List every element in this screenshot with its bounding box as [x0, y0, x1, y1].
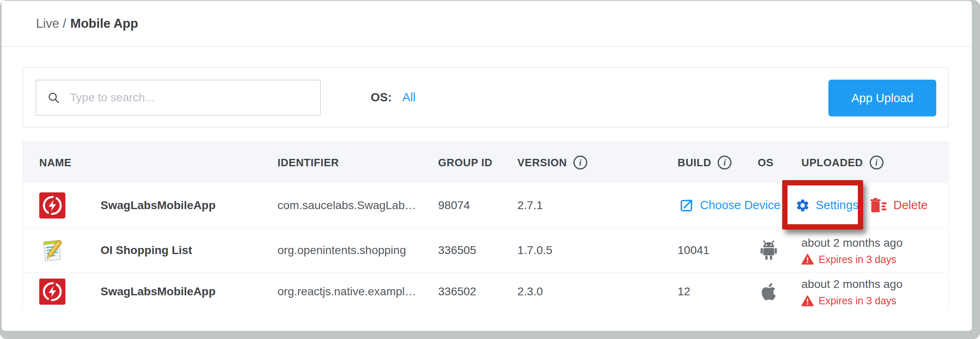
version: 2.7.1 [517, 199, 543, 212]
apps-table: NAME IDENTIFIER GROUP ID VERSIONi BUILDi… [22, 142, 949, 310]
version: 2.3.0 [517, 285, 543, 298]
search-input[interactable] [70, 80, 320, 115]
build: 10041 [678, 244, 709, 257]
app-upload-button[interactable]: App Upload [828, 80, 936, 116]
group-id: 336502 [438, 285, 476, 298]
table-header-build: BUILDi [678, 156, 732, 170]
uploaded-cell: about 2 months ago Expires in 3 days [801, 277, 903, 307]
filter-toolbar: OS: All App Upload [22, 67, 949, 127]
breadcrumb: Live / Mobile App [2, 1, 972, 47]
os-filter: OS: All [371, 91, 416, 104]
swaglabs-app-icon [39, 192, 65, 219]
uploaded-time: about 2 months ago [801, 277, 903, 292]
app-identifier: org.reactjs.native.exampl… [277, 285, 416, 298]
breadcrumb-section[interactable]: Live / [36, 16, 66, 31]
expires-warning: Expires in 3 days [801, 295, 903, 307]
build: 12 [678, 285, 690, 298]
app-row-oi-shopping[interactable]: OI Shopping List org.openintents.shoppin… [23, 227, 949, 272]
table-header-name: NAME [39, 156, 72, 169]
apple-os-icon [754, 283, 783, 301]
breadcrumb-page: Mobile App [70, 16, 138, 31]
version: 1.7.0.5 [517, 244, 553, 257]
uploaded-cell: about 2 months ago Expires in 3 days [801, 235, 903, 265]
external-link-icon [679, 198, 694, 213]
trash-icon [870, 197, 888, 214]
table-header-identifier: IDENTIFIER [277, 156, 339, 169]
app-name: OI Shopping List [101, 244, 192, 257]
search-box[interactable] [36, 80, 321, 116]
android-os-icon [754, 240, 783, 261]
uploaded-time: about 2 months ago [801, 235, 903, 250]
expires-warning: Expires in 3 days [801, 253, 903, 265]
choose-device-link[interactable]: Choose Device [679, 198, 781, 213]
delete-link[interactable]: Delete [870, 197, 928, 214]
os-filter-label: OS: [371, 91, 392, 104]
table-header-uploaded: UPLOADEDi [801, 156, 884, 170]
group-id: 98074 [438, 199, 470, 212]
warning-icon [801, 295, 814, 306]
app-window: Live / Mobile App OS: All App Upload NAM… [2, 1, 972, 331]
warning-icon [801, 254, 814, 265]
app-name: SwagLabsMobileApp [101, 199, 216, 212]
table-header-row: NAME IDENTIFIER GROUP ID VERSIONi BUILDi… [23, 142, 949, 183]
app-identifier: com.saucelabs.SwagLab… [277, 199, 416, 212]
build-info-icon[interactable]: i [718, 156, 732, 170]
app-name: SwagLabsMobileApp [101, 285, 216, 298]
window-frame: Live / Mobile App OS: All App Upload NAM… [0, 0, 980, 339]
table-header-os: OS [758, 156, 774, 169]
table-header-version: VERSIONi [517, 156, 587, 170]
shopping-list-app-icon [39, 237, 65, 263]
os-filter-all-link[interactable]: All [403, 91, 416, 104]
swaglabs-app-icon [39, 279, 65, 305]
gear-icon [795, 198, 810, 213]
settings-link[interactable]: Settings [795, 198, 859, 213]
app-row-swaglabs-1[interactable]: SwagLabsMobileApp com.saucelabs.SwagLab…… [23, 183, 949, 227]
app-identifier: org.openintents.shopping [277, 244, 406, 257]
group-id: 336505 [438, 244, 476, 257]
version-info-icon[interactable]: i [573, 156, 587, 170]
table-header-group-id: GROUP ID [438, 156, 492, 169]
search-icon [47, 91, 60, 104]
app-row-swaglabs-2[interactable]: SwagLabsMobileApp org.reactjs.native.exa… [23, 272, 949, 310]
uploaded-info-icon[interactable]: i [870, 156, 884, 170]
